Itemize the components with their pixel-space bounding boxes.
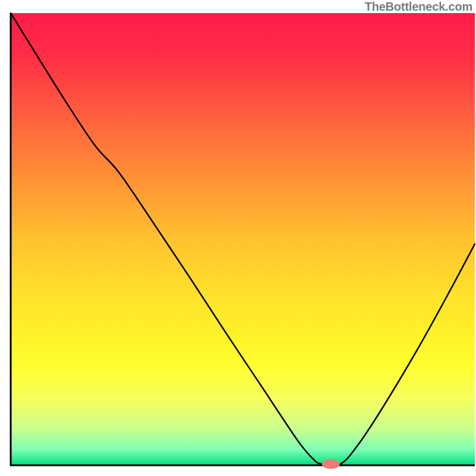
plot-background xyxy=(11,13,475,465)
chart-container: TheBottleneck.com xyxy=(0,0,476,476)
chart-plot xyxy=(0,0,476,476)
valley-marker xyxy=(322,459,340,469)
attribution-label: TheBottleneck.com xyxy=(365,0,472,14)
